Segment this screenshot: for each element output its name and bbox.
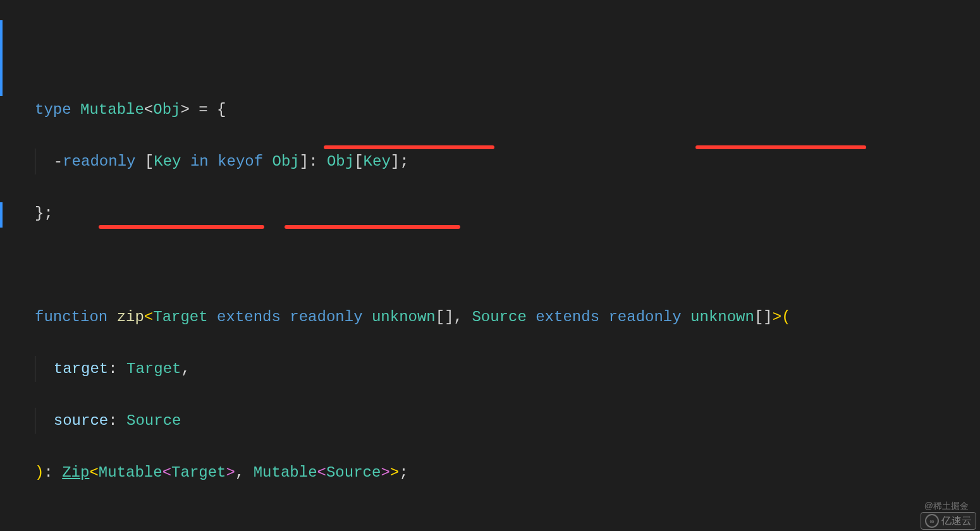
annotation-underline bbox=[695, 145, 866, 149]
gutter-modified-bar bbox=[0, 20, 3, 96]
code-line[interactable]: target: Target, bbox=[35, 356, 980, 382]
code-line[interactable]: ): Zip<Mutable<Target>, Mutable<Source>>… bbox=[35, 460, 980, 485]
code-line[interactable]: -readonly [Key in keyof Obj]: Obj[Key]; bbox=[35, 149, 980, 174]
code-line[interactable]: function zip<Target extends readonly unk… bbox=[35, 304, 980, 330]
code-editor[interactable]: type Mutable<Obj> = { -readonly [Key in … bbox=[0, 0, 980, 531]
code-line[interactable]: }; bbox=[35, 200, 980, 226]
code-line[interactable] bbox=[35, 252, 980, 278]
annotation-underline bbox=[285, 225, 460, 229]
code-line[interactable] bbox=[35, 511, 980, 531]
watermark-text: @稀土掘金 bbox=[924, 501, 969, 512]
infinity-icon: ∞ bbox=[925, 514, 939, 528]
gutter-modified-bar bbox=[0, 202, 3, 228]
annotation-underline bbox=[99, 225, 264, 229]
type-link-zip[interactable]: Zip bbox=[62, 464, 89, 481]
watermark-logo: ∞亿速云 bbox=[921, 512, 976, 530]
code-line[interactable]: type Mutable<Obj> = { bbox=[35, 97, 980, 123]
code-line[interactable]: source: Source bbox=[35, 408, 980, 434]
annotation-underline bbox=[324, 145, 494, 149]
